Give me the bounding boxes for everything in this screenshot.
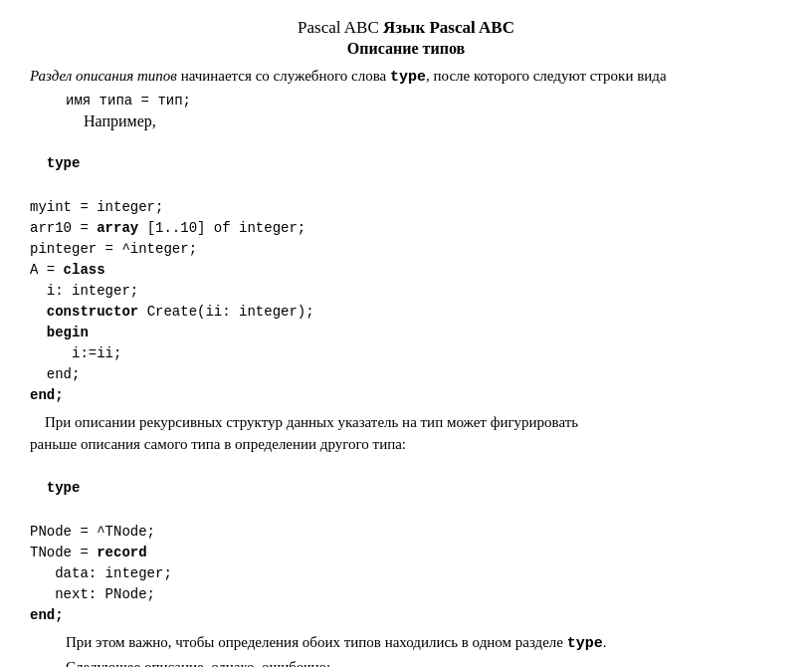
code-section-2: PNode = ^TNode; TNode = record data: int… <box>30 501 782 626</box>
paragraph-2: При описании рекурсивных структур данных… <box>30 412 782 456</box>
type-keyword-1: type <box>47 155 81 171</box>
paragraph-3: При этом важно, чтобы определения обоих … <box>66 632 782 655</box>
code-block-1: type <box>30 132 782 174</box>
section-title: Описание типов <box>30 40 782 58</box>
example-label: Например, <box>84 112 782 130</box>
paragraph-4: Следующее описание, однако, ошибочно: <box>66 657 782 667</box>
intro-code: type <box>390 69 426 86</box>
code-section-1: myint = integer; arr10 = array [1..10] o… <box>30 176 782 406</box>
intro-italic: Раздел описания типов <box>30 68 177 84</box>
intro-rest: , после которого следуют строки вида <box>426 68 667 84</box>
code-block-2-type: type <box>30 457 782 499</box>
intro-normal: начинается со служебного слова <box>177 68 390 84</box>
intro-paragraph: Раздел описания типов начинается со служ… <box>30 66 782 89</box>
title-normal: Pascal ABC <box>298 18 383 37</box>
page-title: Pascal ABC Язык Pascal ABC <box>30 18 782 38</box>
name-syntax-line: имя типа = тип; <box>66 93 782 109</box>
type-keyword-2: type <box>47 480 81 496</box>
title-bold: Язык Pascal ABC <box>383 18 514 37</box>
